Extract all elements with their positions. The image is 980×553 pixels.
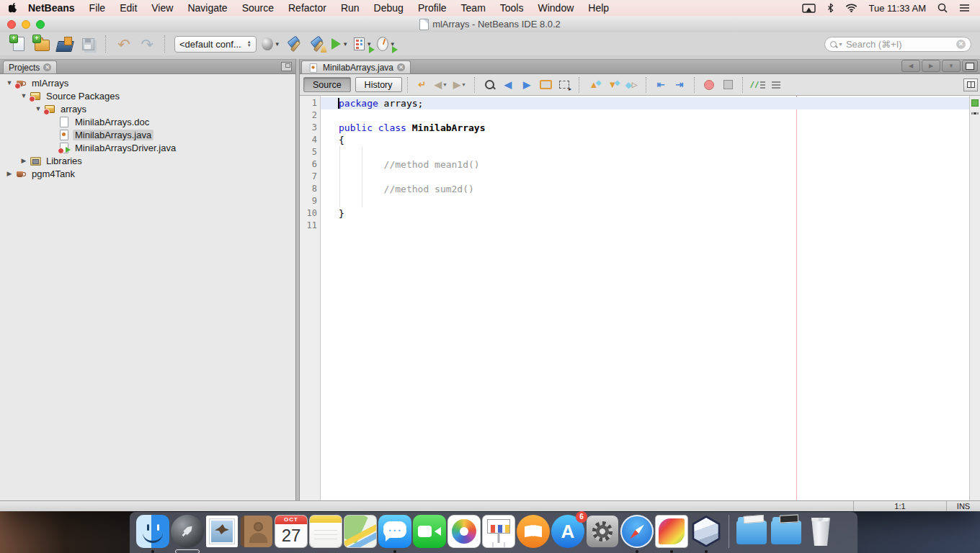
run-project-button[interactable]: ▼ xyxy=(331,35,349,53)
forward-button[interactable]: ▶▼ xyxy=(451,77,469,92)
dock-photos[interactable] xyxy=(447,515,481,548)
uncomment-button[interactable] xyxy=(767,77,785,92)
source-view-button[interactable]: Source xyxy=(303,77,351,92)
dock-folder-downloads[interactable] xyxy=(770,515,803,548)
project-configuration-select[interactable]: <default conf... ▲▼ xyxy=(174,36,257,53)
menu-help[interactable]: Help xyxy=(581,2,616,14)
split-document-button[interactable] xyxy=(963,78,978,91)
toggle-highlight-search-button[interactable] xyxy=(537,77,555,92)
line-number[interactable]: 4 xyxy=(300,134,320,146)
previous-bookmark-button[interactable]: ▲◆ xyxy=(585,77,603,92)
dock-appstore[interactable]: A6 xyxy=(551,515,584,548)
code-line-2[interactable] xyxy=(321,109,969,122)
rectangular-selection-button[interactable] xyxy=(556,77,574,92)
expander-open-icon[interactable]: ▼ xyxy=(4,79,14,86)
debug-project-button[interactable]: ▼ xyxy=(354,35,373,53)
line-number[interactable]: 2 xyxy=(300,109,320,122)
browser-selector-button[interactable]: ▼ xyxy=(262,35,280,53)
scroll-tabs-left-button[interactable]: ◀ xyxy=(901,60,920,72)
tab-projects[interactable]: Projects ✕ xyxy=(3,60,57,73)
error-stripe[interactable] xyxy=(969,96,980,501)
code-line-8[interactable]: //method sum2d() xyxy=(321,183,969,195)
save-all-button[interactable] xyxy=(79,35,97,53)
next-bookmark-button[interactable]: ▼◆ xyxy=(604,77,622,92)
tree-item-minilabarrays-doc[interactable]: MinilabArrays.doc xyxy=(0,115,295,128)
menu-netbeans[interactable]: NetBeans xyxy=(21,2,82,14)
apple-menu-icon[interactable] xyxy=(9,3,18,14)
code-line-10[interactable]: } xyxy=(321,207,969,220)
tree-item-arrays[interactable]: ▼arrays xyxy=(0,102,295,115)
line-number[interactable]: 7 xyxy=(300,171,320,183)
insert-mode-indicator[interactable]: INS xyxy=(946,501,980,511)
bluetooth-icon[interactable] xyxy=(827,3,834,13)
line-number[interactable]: 11 xyxy=(300,220,320,232)
dock-safari[interactable] xyxy=(620,515,654,548)
tree-item-libraries[interactable]: ▶Libraries xyxy=(0,154,295,167)
dock-contacts[interactable] xyxy=(240,515,273,548)
menu-edit[interactable]: Edit xyxy=(112,2,144,14)
display-mirroring-icon[interactable] xyxy=(802,4,816,13)
dock-launchpad[interactable] xyxy=(171,515,204,548)
expander-open-icon[interactable]: ▼ xyxy=(33,105,43,112)
clean-and-build-button[interactable] xyxy=(308,35,326,53)
menu-run[interactable]: Run xyxy=(334,2,367,14)
line-number[interactable]: 3 xyxy=(300,122,320,134)
menu-navigate[interactable]: Navigate xyxy=(180,2,234,14)
dock-ibooks[interactable] xyxy=(517,515,550,548)
dock-mail[interactable] xyxy=(205,515,239,548)
code-line-7[interactable] xyxy=(321,171,969,183)
tab-list-dropdown-button[interactable]: ▼ xyxy=(942,60,961,72)
open-project-button[interactable] xyxy=(55,35,74,53)
close-icon[interactable]: ✕ xyxy=(397,63,405,71)
tab-minilabarrays-java[interactable]: MinilabArrays.java ✕ xyxy=(301,60,411,73)
menu-refactor[interactable]: Refactor xyxy=(281,2,334,14)
dock-maps[interactable] xyxy=(344,515,377,548)
comment-button[interactable]: // xyxy=(749,77,767,92)
tree-item-source-packages[interactable]: ▼Source Packages xyxy=(0,89,295,102)
expander-open-icon[interactable]: ▼ xyxy=(19,92,29,99)
back-button[interactable]: ◀▼ xyxy=(432,77,450,92)
line-number[interactable]: 6 xyxy=(300,158,320,171)
notification-center-icon[interactable] xyxy=(959,4,970,12)
menu-tools[interactable]: Tools xyxy=(493,2,531,14)
maximize-editor-button[interactable] xyxy=(962,60,978,72)
history-view-button[interactable]: History xyxy=(355,77,402,92)
start-macro-recording-button[interactable] xyxy=(700,77,718,92)
line-number[interactable]: 5 xyxy=(300,146,320,158)
spotlight-search-icon[interactable] xyxy=(937,3,948,13)
shift-line-left-button[interactable]: ⇤ xyxy=(652,77,670,92)
dock-sysprefs[interactable] xyxy=(586,515,619,548)
expander-closed-icon[interactable]: ▶ xyxy=(4,170,14,177)
dock-finder[interactable] xyxy=(136,515,169,548)
menu-team[interactable]: Team xyxy=(454,2,493,14)
line-number[interactable]: 8 xyxy=(300,183,320,195)
dock-calendar[interactable]: OCT27 xyxy=(275,515,308,548)
tree-item-minilabarraysdriver-java[interactable]: MinilabArraysDriver.java xyxy=(0,141,295,154)
scroll-tabs-right-button[interactable]: ▶ xyxy=(922,60,940,72)
dock-keynote[interactable] xyxy=(482,515,515,548)
dock-folder-documents[interactable] xyxy=(735,515,768,548)
menu-view[interactable]: View xyxy=(144,2,180,14)
menubar-clock[interactable]: Tue 11:33 AM xyxy=(869,3,927,14)
menu-source[interactable]: Source xyxy=(235,2,281,14)
redo-button[interactable]: ↷ xyxy=(138,35,156,53)
next-occurrence-button[interactable]: ▶ xyxy=(518,77,536,92)
menu-profile[interactable]: Profile xyxy=(411,2,454,14)
undo-button[interactable]: ↶ xyxy=(115,35,133,53)
tree-item-pgm4tank[interactable]: ▶pgm4Tank xyxy=(0,167,295,180)
code-line-4[interactable]: { xyxy=(321,134,969,146)
wifi-icon[interactable] xyxy=(845,4,858,12)
dock-netbeans[interactable] xyxy=(690,515,723,548)
dock-messages[interactable] xyxy=(378,515,411,548)
line-number[interactable]: 9 xyxy=(300,195,320,207)
shift-line-right-button[interactable]: ⇥ xyxy=(671,77,689,92)
minimize-window-button[interactable] xyxy=(22,20,30,29)
tree-item-mlarrays[interactable]: ▼mlArrays xyxy=(0,76,295,89)
code-line-1[interactable]: package arrays; xyxy=(321,97,969,109)
profile-project-button[interactable]: ▼ xyxy=(377,35,396,53)
tree-item-minilabarrays-java[interactable]: MinilabArrays.java xyxy=(0,128,295,141)
clear-search-icon[interactable]: ✕ xyxy=(956,40,966,49)
dock-notes[interactable] xyxy=(309,515,342,548)
window-title-bar[interactable]: mlArrays - NetBeans IDE 8.0.2 xyxy=(0,16,980,33)
line-number[interactable]: 1 xyxy=(300,97,320,109)
